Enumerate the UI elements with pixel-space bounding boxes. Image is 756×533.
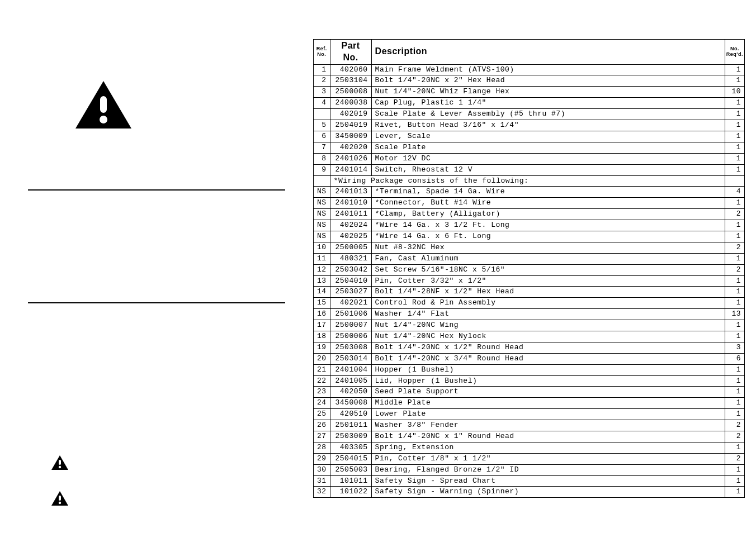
cell-desc: Safety Sign - Spread Chart [371, 475, 725, 487]
cell-ref: 16 [314, 309, 330, 320]
cell-part: 2401013 [330, 187, 371, 198]
cell-desc: Bolt 1/4"-28NF x 1/2" Hex Head [371, 287, 725, 298]
cell-desc: Motor 12V DC [371, 153, 725, 164]
cell-qty: 1 [725, 464, 744, 475]
table-row: NS2401013*Terminal, Spade 14 Ga. Wire4 [314, 187, 745, 198]
cell-qty: 10 [725, 87, 744, 98]
cell-part: 402060 [330, 64, 371, 75]
table-row: 42400038Cap Plug, Plastic 1 1/4"1 [314, 98, 745, 109]
cell-part: 2500005 [330, 242, 371, 253]
cell-qty: 1 [725, 131, 744, 142]
cell-ref: 15 [314, 298, 330, 309]
cell-part: 3450008 [330, 398, 371, 409]
cell-qty: 2 [725, 431, 744, 442]
cell-qty: 1 [725, 487, 744, 498]
cell-part: 2401014 [330, 164, 371, 175]
cell-desc: Switch, Rheostat 12 V [371, 164, 725, 175]
table-row: 292504015Pin, Cotter 1/8" x 1 1/2"2 [314, 453, 745, 464]
table-row: 272503009Bolt 1/4"-20NC x 1" Round Head2 [314, 431, 745, 442]
cell-qty: 1 [725, 75, 744, 87]
cell-desc: Nut 1/4"-20NC Whiz Flange Hex [371, 87, 725, 98]
table-row: 402019Scale Plate & Lever Assembly (#5 t… [314, 109, 745, 120]
cell-qty: 2 [725, 264, 744, 275]
cell-desc: Scale Plate [371, 142, 725, 153]
cell-desc: Middle Plate [371, 398, 725, 409]
cell-part: 480321 [330, 253, 371, 264]
table-row: 182500006Nut 1/4"-20NC Hex Nylock1 [314, 331, 745, 342]
table-row: 32500008Nut 1/4"-20NC Whiz Flange Hex10 [314, 87, 745, 98]
cell-ref: NS [314, 209, 330, 220]
cell-ref: 18 [314, 331, 330, 342]
cell-desc: Lid, Hopper (1 Bushel) [371, 375, 725, 387]
cell-qty: 1 [725, 98, 744, 109]
table-row: 31101011Safety Sign - Spread Chart1 [314, 475, 745, 487]
table-row: 122503042Set Screw 5/16"-18NC x 5/16"2 [314, 264, 745, 275]
cell-desc: Bearing, Flanged Bronze 1/2" ID [371, 464, 725, 475]
cell-part: 2503027 [330, 287, 371, 298]
cell-ref: 2 [314, 75, 330, 87]
cell-part: 2500007 [330, 320, 371, 331]
cell-desc: *Connector, Butt #14 Wire [371, 198, 725, 209]
cell-part: 2505003 [330, 464, 371, 475]
cell-qty: 1 [725, 398, 744, 409]
cell-qty: 1 [725, 198, 744, 209]
cell-part: 402024 [330, 220, 371, 231]
table-row: 212401004Hopper (1 Bushel)1 [314, 364, 745, 375]
cell-desc: *Terminal, Spade 14 Ga. Wire [371, 187, 725, 198]
cell-desc: Nut 1/4"-20NC Hex Nylock [371, 331, 725, 342]
cell-part: 2500006 [330, 331, 371, 342]
svg-rect-0 [100, 96, 107, 113]
cell-qty: 1 [725, 64, 744, 75]
cell-qty: 1 [725, 331, 744, 342]
cell-desc: Pin, Cotter 1/8" x 1 1/2" [371, 453, 725, 464]
cell-ref [314, 175, 330, 187]
cell-ref: NS [314, 198, 330, 209]
cell-qty: 1 [725, 220, 744, 231]
cell-desc: Lower Plate [371, 409, 725, 420]
cell-desc: Bolt 1/4"-20NC x 3/4" Round Head [371, 353, 725, 364]
table-row: NS2401011*Clamp, Battery (Alligator)2 [314, 209, 745, 220]
svg-point-5 [59, 502, 61, 504]
cell-desc: Bolt 1/4"-20NC x 1" Round Head [371, 431, 725, 442]
table-row: 302505003Bearing, Flanged Bronze 1/2" ID… [314, 464, 745, 475]
cell-part: 2503014 [330, 353, 371, 364]
table-row: 262501011Washer 3/8" Fender2 [314, 420, 745, 431]
cell-qty: 4 [725, 187, 744, 198]
cell-part: 101022 [330, 487, 371, 498]
cell-ref: 11 [314, 253, 330, 264]
cell-qty: 1 [725, 475, 744, 487]
table-row: 15402021Control Rod & Pin Assembly1 [314, 298, 745, 309]
cell-desc: *Clamp, Battery (Alligator) [371, 209, 725, 220]
cell-desc: Cap Plug, Plastic 1 1/4" [371, 98, 725, 109]
cell-ref: 27 [314, 431, 330, 442]
table-row: NS402024*Wire 14 Ga. x 3 1/2 Ft. Long1 [314, 220, 745, 231]
table-row: 82401026Motor 12V DC1 [314, 153, 745, 164]
cell-desc: Nut #8-32NC Hex [371, 242, 725, 253]
cell-ref: 8 [314, 153, 330, 164]
table-row: 22503104Bolt 1/4"-20NC x 2" Hex Head1 [314, 75, 745, 87]
cell-ref: NS [314, 220, 330, 231]
table-row: 132504010Pin, Cotter 3/32" x 1/2"1 [314, 275, 745, 287]
table-row: 23402050Seed Plate Support1 [314, 387, 745, 398]
cell-qty: 2 [725, 242, 744, 253]
cell-desc: Control Rod & Pin Assembly [371, 298, 725, 309]
cell-ref: 25 [314, 409, 330, 420]
cell-part: 3450009 [330, 131, 371, 142]
cell-qty: 13 [725, 309, 744, 320]
cell-ref: 22 [314, 375, 330, 387]
cell-qty: 1 [725, 253, 744, 264]
cell-ref: 21 [314, 364, 330, 375]
table-row: NS402025*Wire 14 Ga. x 6 Ft. Long1 [314, 231, 745, 242]
cell-ref: 32 [314, 487, 330, 498]
table-row: 52504019Rivet, Button Head 3/16" x 1/4"1 [314, 120, 745, 131]
cell-ref: 1 [314, 64, 330, 75]
table-row: 1402060Main Frame Weldment (ATVS-100)1 [314, 64, 745, 75]
cell-part: 2401011 [330, 209, 371, 220]
cell-desc: Safety Sign - Warning (Spinner) [371, 487, 725, 498]
cell-ref: 29 [314, 453, 330, 464]
cell-ref: 9 [314, 164, 330, 175]
cell-qty: 1 [725, 375, 744, 387]
cell-ref: 3 [314, 87, 330, 98]
cell-part: 402020 [330, 142, 371, 153]
cell-ref: 20 [314, 353, 330, 364]
